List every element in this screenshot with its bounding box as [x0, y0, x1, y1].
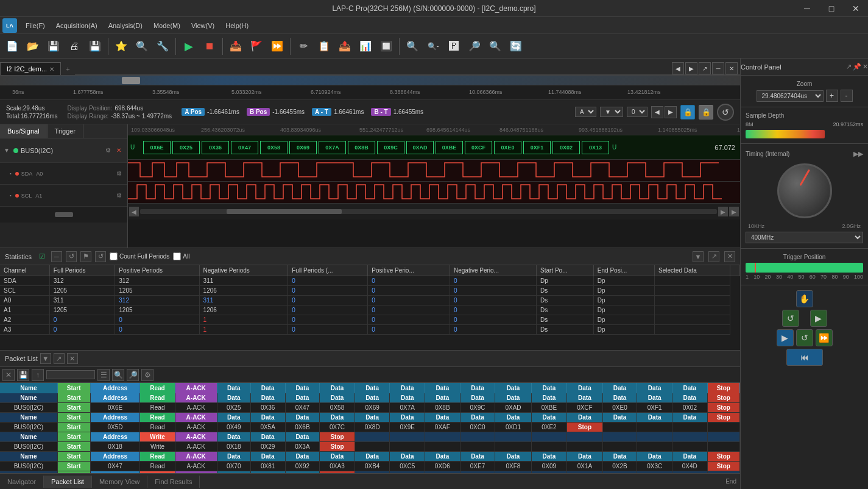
- share-button[interactable]: 📤: [335, 37, 355, 56]
- open-button[interactable]: 📂: [23, 37, 43, 56]
- pkt-menu-button[interactable]: ☰: [97, 369, 110, 381]
- jump-button[interactable]: ⏩: [267, 37, 287, 56]
- stats-reset-icon[interactable]: ↺: [95, 251, 106, 262]
- packet-row-name-2[interactable]: Name Start Address Read A-ACK Data Data …: [0, 413, 740, 423]
- stats-close-button[interactable]: ✕: [724, 251, 735, 262]
- packet-row-name-3[interactable]: Name Start Address Write A-ACK Data Data…: [0, 432, 740, 442]
- menu-acquisition[interactable]: Acquisition(A): [51, 20, 102, 32]
- zoom-sel-button[interactable]: 🔎: [465, 37, 484, 56]
- pkt-save-button[interactable]: 💾: [17, 369, 29, 381]
- pkt-delete-button[interactable]: ✕: [2, 369, 15, 381]
- trigger-pos-bar[interactable]: [746, 263, 863, 273]
- export-button[interactable]: 💾: [85, 37, 105, 56]
- packet-row-name-4[interactable]: Name Start Address Read A-ACK Data Data …: [0, 452, 740, 462]
- cp-pin-button[interactable]: 📌: [853, 63, 861, 71]
- menu-help[interactable]: Help(H): [221, 20, 253, 32]
- menu-view[interactable]: View(V): [186, 20, 219, 32]
- count-full-periods-label[interactable]: Count Full Periods: [110, 252, 169, 260]
- import-button[interactable]: 📥: [226, 37, 245, 56]
- close-button[interactable]: ✕: [844, 0, 868, 17]
- copy-button[interactable]: 📋: [314, 37, 334, 56]
- bookmark-button[interactable]: ⭐: [111, 37, 131, 56]
- all-label[interactable]: All: [173, 252, 189, 260]
- rotate-button[interactable]: ↺: [717, 104, 734, 121]
- signal-hscroll[interactable]: ◀ ▶ ▶: [128, 204, 740, 220]
- packet-close-button[interactable]: ✕: [67, 353, 78, 364]
- chart-button[interactable]: 📊: [356, 37, 375, 56]
- frequency-knob[interactable]: [777, 163, 832, 218]
- v-select[interactable]: ▼: [600, 107, 623, 117]
- scroll-right2-button[interactable]: ▶: [729, 207, 739, 216]
- a-select[interactable]: A: [575, 107, 596, 117]
- settings-button[interactable]: 🔧: [153, 37, 172, 56]
- timing-expand-button[interactable]: ▶▶: [853, 149, 863, 159]
- packet-row-data-4[interactable]: BUS0(I2C) Start 0X47 Read A-ACK 0X70 0X8…: [0, 462, 740, 471]
- stop-button[interactable]: ⏹: [200, 37, 219, 56]
- maximize-button[interactable]: □: [819, 0, 844, 17]
- print-button[interactable]: 🖨: [65, 37, 84, 56]
- menu-analysis[interactable]: Analysis(D): [104, 20, 147, 32]
- pkt-search-input[interactable]: [46, 370, 95, 379]
- next-arrow[interactable]: ▶: [665, 106, 677, 118]
- stats-minus-icon[interactable]: ─: [51, 251, 62, 262]
- pkt-export-button[interactable]: ↑: [32, 369, 44, 381]
- stats-flag-icon[interactable]: ⚑: [80, 251, 91, 262]
- stats-float-button[interactable]: ↗: [708, 251, 719, 262]
- nav-play-button[interactable]: ▶: [777, 329, 794, 346]
- bus0-settings-icon[interactable]: ⚙: [103, 146, 113, 155]
- panel-float-button[interactable]: ↗: [699, 62, 711, 74]
- packet-float-button[interactable]: ↗: [54, 353, 65, 364]
- cp-close-button[interactable]: ✕: [863, 63, 868, 71]
- tab-memory-view[interactable]: Memory View: [92, 476, 147, 488]
- panel-close-button[interactable]: ✕: [725, 62, 738, 74]
- pkt-filter-button[interactable]: 🔍: [112, 369, 124, 381]
- run-button[interactable]: ▶: [179, 37, 199, 56]
- packet-row-name-1[interactable]: Name Start Address Read A-ACK Data Data …: [0, 393, 740, 403]
- bus0-close-icon[interactable]: ✕: [114, 146, 124, 155]
- tab-packet-list[interactable]: Packet List: [44, 476, 92, 488]
- scroll-left-button[interactable]: ◀: [129, 207, 139, 216]
- tab-i2c-demo[interactable]: I2 I2C_dem... ✕: [0, 62, 61, 75]
- packet-row-data-3[interactable]: BUS0(I2C) Start 0X18 Write A-ACK 0X18 0X…: [0, 442, 740, 452]
- freq-select[interactable]: 400MHz: [746, 232, 863, 243]
- lock2-button[interactable]: 🔒: [699, 105, 713, 120]
- search-button[interactable]: 🔍: [132, 37, 152, 56]
- stats-check-icon[interactable]: ☑: [37, 251, 48, 262]
- scroll-track[interactable]: [140, 209, 717, 214]
- prev-arrow[interactable]: ◀: [651, 106, 663, 118]
- tab-add-button[interactable]: +: [61, 63, 74, 75]
- panel-min-button[interactable]: ─: [712, 62, 724, 74]
- pkt-find-button[interactable]: 🔎: [127, 369, 139, 381]
- lock-button[interactable]: 🔒: [680, 105, 695, 120]
- save-button[interactable]: 💾: [44, 37, 63, 56]
- tab-trigger[interactable]: Trigger: [48, 124, 83, 138]
- scroll-right-button[interactable]: ▶: [718, 207, 728, 216]
- packet-content[interactable]: Name Start Address Read A-ACK Data Data …: [0, 383, 740, 473]
- nav-up-button[interactable]: ✋: [796, 290, 813, 307]
- packet-row-data-1[interactable]: BUS0(I2C) Start 0X6E Read A-ACK 0X25 0X3…: [0, 403, 740, 413]
- draw-button[interactable]: ✏: [294, 37, 313, 56]
- tab-find-results[interactable]: Find Results: [147, 476, 200, 488]
- stats-refresh-icon[interactable]: ↺: [66, 251, 77, 262]
- flag-button[interactable]: 🚩: [247, 37, 266, 56]
- nav-fast-button[interactable]: ⏩: [816, 329, 833, 346]
- new-button[interactable]: 📄: [2, 37, 22, 56]
- nav-skip-button[interactable]: ↺: [796, 329, 813, 346]
- nav-home-button[interactable]: ⏮: [786, 349, 823, 366]
- all-checkbox[interactable]: [173, 252, 181, 260]
- packet-row-data-2[interactable]: BUS0(I2C) Start 0X5D Read A-ACK 0X49 0X5…: [0, 423, 740, 432]
- num-select[interactable]: 0: [627, 107, 647, 117]
- zoom-in-button[interactable]: 🔍: [403, 37, 422, 56]
- zoom-fit-button[interactable]: 🅿: [444, 37, 464, 56]
- zoom-select[interactable]: 29.480627404us: [757, 90, 824, 102]
- minimize-button[interactable]: ─: [795, 0, 819, 17]
- nav-left-button[interactable]: ↺: [782, 310, 799, 327]
- tab-close-icon[interactable]: ✕: [49, 66, 54, 73]
- sda-settings-icon[interactable]: ⚙: [114, 169, 124, 179]
- tab-prev-button[interactable]: ◀: [672, 62, 684, 74]
- zoom-prev-button[interactable]: 🔍: [485, 37, 505, 56]
- nav-right-button[interactable]: ▶: [810, 310, 827, 327]
- zoom-out-button[interactable]: -: [841, 90, 853, 102]
- cp-float-button[interactable]: ↗: [846, 63, 852, 71]
- count-full-periods-checkbox[interactable]: [110, 252, 118, 260]
